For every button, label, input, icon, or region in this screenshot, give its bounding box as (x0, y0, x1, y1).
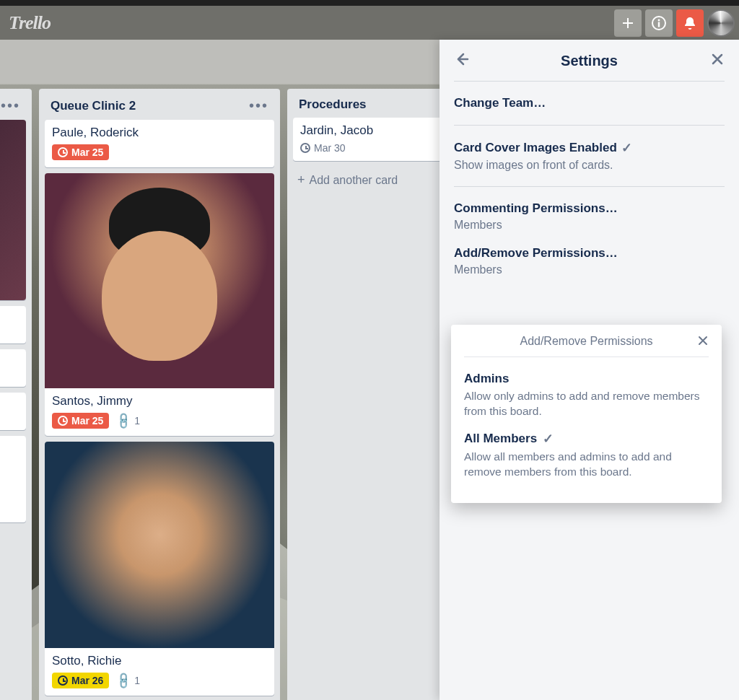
commenting-value: Members (454, 219, 725, 232)
panel-header: Settings (454, 40, 725, 82)
section-change-team: Change Team… (454, 82, 725, 126)
paperclip-icon: 🔗 (114, 670, 134, 691)
list-title[interactable]: Queue Clinic 2 (51, 99, 249, 113)
card-santos-jimmy[interactable]: Santos, Jimmy Mar 25 🔗 1 (45, 173, 274, 436)
svg-rect-2 (658, 22, 660, 27)
panel-title: Settings (561, 53, 618, 69)
window-top-strip (0, 0, 739, 6)
attachment-count: 1 (134, 675, 140, 686)
plus-icon (621, 16, 635, 30)
card-badges: Mar 25 🔗 1 (52, 413, 267, 429)
card[interactable] (0, 306, 26, 344)
card-title: Santos, Jimmy (52, 394, 267, 408)
clock-icon (58, 147, 68, 157)
card-title: Paule, Roderick (52, 126, 267, 140)
option-name: All Members ✓ (464, 431, 554, 447)
close-icon (697, 335, 709, 346)
list-previous: ••• (0, 89, 32, 700)
card[interactable] (0, 349, 26, 387)
popover-header: Add/Remove Permissions (464, 335, 709, 357)
addremove-permissions-popover: Add/Remove Permissions Admins Allow only… (451, 325, 722, 503)
addremove-permissions-row[interactable]: Add/Remove Permissions… Members (454, 246, 725, 276)
clock-icon (300, 143, 310, 153)
card[interactable] (0, 120, 26, 300)
option-name-text: All Members (464, 432, 537, 446)
card-cover (45, 442, 274, 648)
card-cover (0, 120, 26, 300)
global-header: Trello (0, 6, 739, 40)
card-sotto-richie[interactable]: Sotto, Richie Mar 26 🔗 1 (45, 442, 274, 696)
addremove-value: Members (454, 263, 725, 276)
option-desc: Allow only admins to add and remove memb… (464, 389, 709, 419)
clock-icon (58, 675, 68, 686)
option-name: Admins (464, 372, 509, 386)
attachment-count: 1 (134, 415, 140, 426)
attachment-badge: 🔗 1 (116, 674, 140, 688)
addremove-title: Add/Remove Permissions… (454, 246, 618, 261)
popover-title: Add/Remove Permissions (464, 335, 709, 348)
due-date-text: Mar 30 (314, 142, 346, 154)
section-card-covers: Card Cover Images Enabled ✓ Show images … (454, 126, 725, 187)
list-menu-button[interactable]: ••• (249, 97, 268, 114)
card[interactable] (0, 436, 26, 522)
bell-icon (683, 16, 697, 30)
arrow-left-icon (454, 51, 470, 67)
due-date-badge: Mar 25 (52, 413, 109, 429)
plus-icon: + (297, 172, 305, 188)
user-avatar[interactable] (707, 9, 735, 37)
popover-option-all-members[interactable]: All Members ✓ Allow all members and admi… (464, 428, 709, 489)
card-badges: Mar 26 🔗 1 (52, 673, 267, 688)
add-card-label: Add another card (310, 174, 398, 187)
svg-point-1 (658, 19, 660, 21)
list-menu-button[interactable]: ••• (1, 97, 20, 114)
list-queue-clinic-2: Queue Clinic 2 ••• Paule, Roderick Mar 2… (39, 89, 280, 700)
back-button[interactable] (454, 51, 470, 71)
card-covers-title: Card Cover Images Enabled (454, 141, 617, 155)
card-body: Sotto, Richie Mar 26 🔗 1 (45, 648, 274, 696)
paperclip-icon: 🔗 (114, 411, 134, 431)
list-header: ••• (0, 95, 26, 120)
notifications-button[interactable] (676, 9, 704, 37)
card-body: Paule, Roderick Mar 25 (45, 120, 274, 167)
app-logo[interactable]: Trello (4, 12, 51, 34)
card-covers-desc: Show images on front of cards. (454, 159, 725, 172)
close-button[interactable] (710, 52, 725, 71)
due-date-text: Mar 26 (71, 675, 103, 686)
commenting-title: Commenting Permissions… (454, 201, 618, 216)
section-permissions: Commenting Permissions… Members Add/Remo… (454, 187, 725, 292)
commenting-permissions-row[interactable]: Commenting Permissions… Members (454, 201, 725, 232)
info-button[interactable] (645, 9, 673, 37)
checkmark-icon: ✓ (543, 431, 554, 447)
card[interactable] (0, 393, 26, 430)
popover-option-admins[interactable]: Admins Allow only admins to add and remo… (464, 367, 709, 428)
option-desc: Allow all members and admins to add and … (464, 450, 709, 480)
card-title: Sotto, Richie (52, 654, 267, 668)
settings-panel: Settings Change Team… Card Cover Images … (440, 40, 739, 700)
create-button[interactable] (614, 9, 642, 37)
checkmark-icon: ✓ (621, 140, 632, 156)
popover-close-button[interactable] (697, 335, 709, 350)
due-date-badge: Mar 26 (52, 673, 109, 688)
card-cover (45, 173, 274, 388)
card-covers-toggle[interactable]: Card Cover Images Enabled ✓ (454, 140, 632, 156)
change-team-link[interactable]: Change Team… (454, 96, 546, 110)
clock-icon (58, 416, 68, 426)
close-icon (710, 52, 725, 66)
due-date-text: Mar 25 (71, 415, 103, 426)
card-body: Santos, Jimmy Mar 25 🔗 1 (45, 388, 274, 436)
due-date-badge: Mar 30 (300, 142, 346, 154)
attachment-badge: 🔗 1 (116, 414, 140, 428)
due-date-text: Mar 25 (71, 146, 103, 158)
card-badges: Mar 25 (52, 144, 267, 160)
due-date-badge: Mar 25 (52, 144, 109, 160)
info-icon (651, 15, 667, 31)
card-paule-roderick[interactable]: Paule, Roderick Mar 25 (45, 120, 274, 167)
list-header: Queue Clinic 2 ••• (45, 95, 274, 120)
